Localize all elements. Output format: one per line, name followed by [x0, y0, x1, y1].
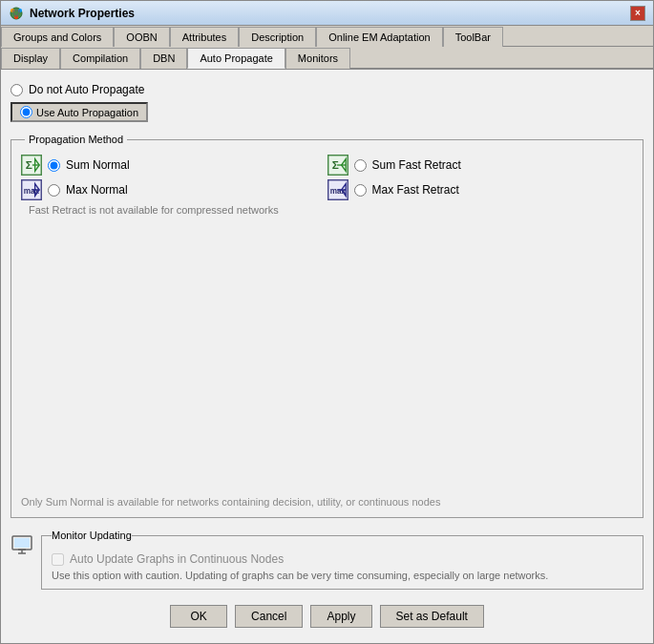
max-fast-retract-item: max Max Fast Retract	[327, 179, 634, 200]
max-normal-icon: max	[21, 179, 42, 200]
auto-update-checkbox[interactable]	[52, 553, 64, 566]
tabs-row-2: Display Compilation DBN Auto Propagate M…	[1, 47, 653, 70]
use-auto-propagation-row: Use Auto Propagation	[11, 102, 643, 122]
content-area: Do not Auto Propagate Use Auto Propagati…	[1, 70, 653, 643]
max-normal-radio[interactable]	[48, 184, 60, 197]
set-default-button[interactable]: Set as Default	[380, 605, 484, 628]
max-fast-retract-icon: max	[327, 179, 348, 200]
tab-attributes[interactable]: Attributes	[170, 27, 239, 47]
use-auto-label: Use Auto Propagation	[36, 107, 138, 118]
auto-propagate-options: Do not Auto Propagate Use Auto Propagati…	[11, 79, 643, 126]
ok-button[interactable]: OK	[170, 605, 227, 628]
max-fast-retract-radio[interactable]	[354, 184, 367, 197]
cancel-button[interactable]: Cancel	[235, 605, 303, 628]
window-title: Network Properties	[30, 7, 135, 20]
propagation-method-fieldset: Propagation Method Σ Sum Normal	[11, 134, 643, 518]
sum-fast-retract-item: Σ Sum Fast Retract	[327, 155, 634, 176]
tab-oobn[interactable]: OOBN	[114, 27, 169, 47]
app-icon	[9, 6, 24, 21]
monitor-updating-fieldset: Monitor Updating Auto Update Graphs in C…	[41, 530, 643, 590]
tab-dbn[interactable]: DBN	[140, 48, 187, 69]
tabs-row-1: Groups and Colors OOBN Attributes Descri…	[1, 26, 653, 47]
network-properties-window: Network Properties × Groups and Colors O…	[0, 0, 654, 644]
do-not-auto-propagate-row: Do not Auto Propagate	[11, 83, 643, 96]
monitor-caution-note: Use this option with caution. Updating o…	[52, 570, 633, 581]
dialog-buttons: OK Cancel Apply Set as Default	[11, 597, 643, 634]
fast-retract-note: Fast Retract is not available for compre…	[29, 204, 633, 216]
monitor-icon	[11, 533, 33, 556]
propagation-options-grid: Σ Sum Normal Σ	[21, 155, 633, 200]
monitor-updating-legend: Monitor Updating	[52, 530, 132, 541]
tab-display[interactable]: Display	[1, 48, 60, 69]
monitor-icon-area	[11, 526, 33, 559]
do-not-auto-label: Do not Auto Propagate	[29, 83, 144, 96]
sum-normal-radio[interactable]	[48, 159, 60, 172]
tab-compilation[interactable]: Compilation	[60, 48, 140, 69]
auto-update-graphs-row: Auto Update Graphs in Continuous Nodes	[52, 552, 633, 566]
svg-rect-24	[14, 538, 30, 548]
tab-online-em[interactable]: Online EM Adaptation	[316, 27, 442, 47]
available-note: Only Sum Normal is available for network…	[21, 488, 633, 508]
tab-description[interactable]: Description	[239, 27, 316, 47]
sum-normal-icon: Σ	[21, 155, 42, 176]
use-auto-radio[interactable]	[20, 106, 32, 118]
title-bar-left: Network Properties	[9, 6, 135, 21]
max-normal-item: max Max Normal	[21, 179, 327, 200]
sum-fast-retract-label: Sum Fast Retract	[372, 158, 461, 172]
auto-update-label: Auto Update Graphs in Continuous Nodes	[70, 552, 284, 566]
tab-toolbar[interactable]: ToolBar	[443, 27, 503, 47]
tab-monitors[interactable]: Monitors	[285, 48, 350, 69]
max-normal-label: Max Normal	[66, 183, 128, 197]
title-bar: Network Properties ×	[1, 1, 653, 26]
apply-button[interactable]: Apply	[310, 605, 371, 628]
max-fast-retract-label: Max Fast Retract	[372, 183, 459, 197]
tab-auto-propagate[interactable]: Auto Propagate	[187, 48, 285, 69]
monitor-updating-container: Monitor Updating Auto Update Graphs in C…	[11, 526, 643, 590]
use-auto-propagation-button[interactable]: Use Auto Propagation	[11, 102, 148, 122]
sum-normal-item: Σ Sum Normal	[21, 155, 327, 176]
tab-groups-colors[interactable]: Groups and Colors	[1, 27, 114, 47]
close-button[interactable]: ×	[630, 6, 645, 21]
sum-fast-retract-radio[interactable]	[354, 159, 367, 172]
propagation-method-legend: Propagation Method	[25, 134, 127, 145]
svg-text:Σ: Σ	[26, 158, 32, 172]
do-not-auto-radio[interactable]	[11, 84, 23, 96]
sum-normal-label: Sum Normal	[66, 158, 130, 172]
sum-fast-retract-icon: Σ	[327, 155, 348, 176]
